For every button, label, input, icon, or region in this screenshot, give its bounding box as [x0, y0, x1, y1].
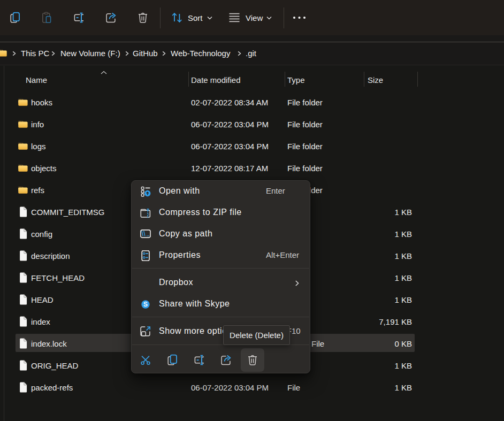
svg-text:S: S [143, 301, 148, 308]
